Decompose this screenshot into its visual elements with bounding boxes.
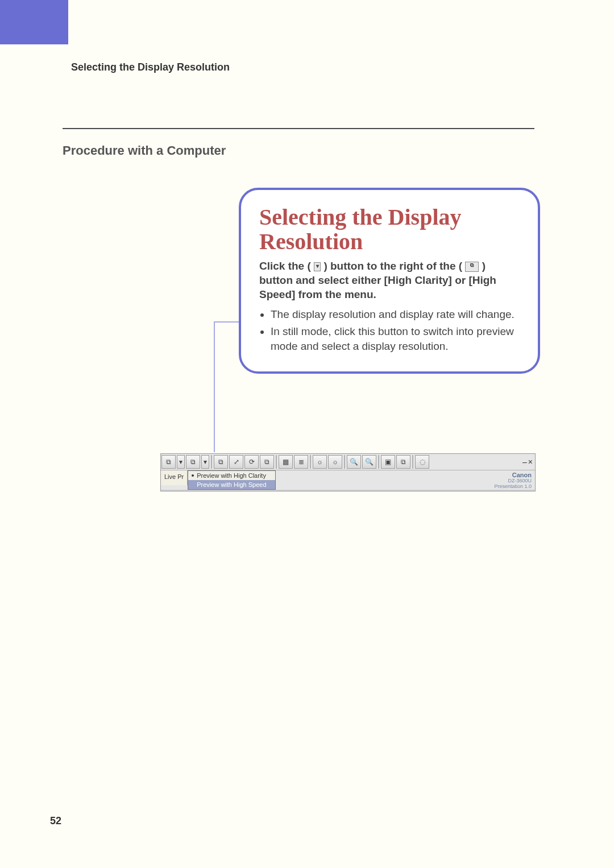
dropdown-item-high-clarity[interactable]: Preview with High Clarity (188, 471, 275, 480)
callout-bullet: The display resolution and display rate … (271, 307, 520, 322)
callout-connector (214, 321, 215, 452)
page-edge-tab (0, 0, 68, 44)
toolbar-icon-row: ⧉ ▾ ⧉ ▾ ⧉ ⤢ ⟳ ⧉ ▦ ≣ ☼ ☼ 🔍 🔍 ▣ ⧉ ◌ – (161, 454, 535, 470)
toolbar-button[interactable]: ⧉ (260, 455, 274, 469)
callout-connector (214, 321, 241, 323)
close-button[interactable]: × (528, 457, 533, 466)
toolbar-button[interactable]: ⧉ (214, 455, 228, 469)
toolbar-separator (412, 455, 413, 469)
minimize-button[interactable]: – (522, 457, 527, 466)
brand-product: Presentation 1.0 (494, 484, 532, 490)
callout-bullet-list: The display resolution and display rate … (259, 307, 520, 353)
camera-mode-icon: ⧉ (465, 262, 479, 272)
selected-dot-placeholder (192, 483, 194, 486)
callout-lead-text: Click the ( (259, 260, 311, 272)
callout-lead-text: ) button to the right of the ( (323, 260, 462, 272)
toolbar-status-row: Live Pr Preview with High Clarity Previe… (161, 470, 535, 490)
app-toolbar-screenshot: ⧉ ▾ ⧉ ▾ ⧉ ⤢ ⟳ ⧉ ▦ ≣ ☼ ☼ 🔍 🔍 ▣ ⧉ ◌ – (160, 453, 536, 491)
toolbar-button[interactable]: ⧉ (396, 455, 410, 469)
selected-dot-icon (192, 474, 194, 477)
toolbar-dropdown-toggle[interactable]: ▾ (201, 455, 209, 469)
toolbar-button[interactable]: ▣ (381, 455, 395, 469)
toolbar-button[interactable]: ⟳ (244, 455, 259, 469)
section-rule (63, 128, 534, 129)
dropdown-item-high-speed[interactable]: Preview with High Speed (188, 480, 275, 489)
toolbar-button[interactable]: ⤢ (229, 455, 243, 469)
toolbar-button[interactable]: ▦ (279, 455, 293, 469)
manual-page: Selecting the Display Resolution Procedu… (0, 0, 614, 868)
toolbar-button[interactable]: ⧉ (186, 455, 200, 469)
subsection-heading: Procedure with a Computer (63, 143, 226, 158)
dropdown-arrow-icon: ▾ (314, 262, 321, 271)
page-header: Selecting the Display Resolution (71, 61, 230, 73)
window-controls: – × (522, 454, 535, 470)
resolution-dropdown-menu: Preview with High Clarity Preview with H… (188, 470, 276, 490)
toolbar-separator (378, 455, 379, 469)
live-preview-label: Live Pr (161, 470, 188, 485)
dropdown-item-label: Preview with High Speed (197, 481, 266, 488)
brightness-up-icon[interactable]: ☼ (328, 455, 342, 469)
callout-title: Selecting the Display Resolution (259, 205, 520, 254)
zoom-in-icon[interactable]: 🔍 (362, 455, 376, 469)
toolbar-button[interactable]: ≣ (294, 455, 308, 469)
brightness-down-icon[interactable]: ☼ (313, 455, 327, 469)
dropdown-item-label: Preview with High Clarity (197, 472, 266, 479)
toolbar-separator (310, 455, 311, 469)
toolbar-button[interactable]: ◌ (415, 455, 429, 469)
toolbar-separator (344, 455, 345, 469)
toolbar-button[interactable]: ⧉ (161, 455, 176, 469)
brand-info: Canon DZ-3600U Presentation 1.0 (494, 472, 532, 490)
page-number: 52 (50, 815, 61, 827)
instruction-callout: Selecting the Display Resolution Click t… (239, 188, 540, 374)
callout-bullet: In still mode, click this button to swit… (271, 324, 520, 353)
toolbar-separator (276, 455, 277, 469)
zoom-out-icon[interactable]: 🔍 (347, 455, 361, 469)
callout-lead: Click the ( ▾ ) button to the right of t… (259, 259, 520, 301)
toolbar-dropdown-toggle[interactable]: ▾ (177, 455, 185, 469)
toolbar-separator (211, 455, 212, 469)
